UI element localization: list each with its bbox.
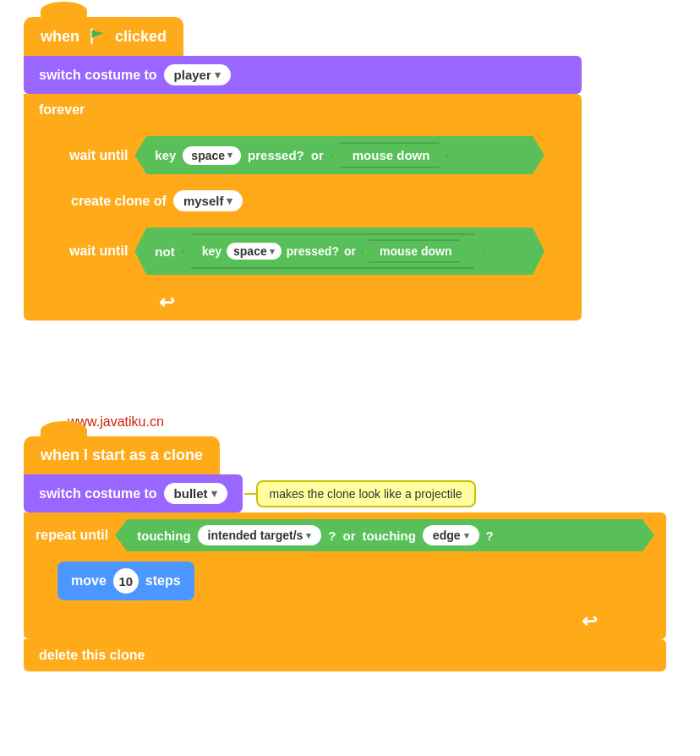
pressed-label-1: pressed?	[248, 148, 304, 162]
touching2-dropdown[interactable]: edge ▾	[423, 525, 479, 545]
wait-until-2-label: wait until	[69, 244, 128, 259]
when-label: when	[41, 28, 79, 46]
touching1-dropdown-arrow[interactable]: ▾	[306, 530, 311, 541]
delete-clone-block[interactable]: delete this clone	[24, 639, 666, 671]
move-label: move	[71, 573, 107, 589]
inner-condition-2[interactable]: key space ▾ pressed? or mouse down	[182, 233, 484, 269]
repeat-until-label: repeat until	[36, 528, 108, 543]
comment-bubble: makes the clone look like a projectile	[256, 480, 476, 507]
repeat-until-block[interactable]: repeat until touching intended target/s …	[24, 512, 666, 639]
space-dropdown-arrow-2[interactable]: ▾	[270, 246, 275, 257]
space-dropdown-arrow-1[interactable]: ▾	[227, 150, 232, 161]
comment-text: makes the clone look like a projectile	[270, 487, 462, 501]
wait-until-2-block[interactable]: wait until not key space ▾ p	[57, 221, 556, 282]
or-label-2: or	[344, 244, 356, 258]
touching2-dropdown-arrow[interactable]: ▾	[464, 530, 469, 541]
key-label-2: key	[202, 244, 221, 258]
bullet-dropdown[interactable]: bullet ▾	[164, 483, 227, 504]
switch-costume-block[interactable]: switch costume to player ▾	[24, 56, 582, 94]
delete-clone-label: delete this clone	[39, 648, 145, 663]
wait-condition-1[interactable]: key space ▾ pressed? or mouse down	[134, 136, 544, 174]
bullet-dropdown-arrow[interactable]: ▾	[211, 487, 217, 500]
key-space-2[interactable]: space ▾	[227, 243, 282, 260]
forever-arrow: ↩	[159, 292, 174, 314]
create-clone-label: create clone of	[71, 194, 167, 209]
clicked-label: clicked	[115, 28, 167, 46]
touching2-label: touching	[363, 529, 416, 543]
or-label-repeat: or	[343, 529, 356, 543]
not-label: not	[155, 244, 174, 259]
script1-group: when clicked switch costume to player	[24, 17, 582, 320]
when-clone-hat[interactable]: when I start as a clone	[24, 436, 666, 474]
or-label-1: or	[311, 148, 324, 162]
create-clone-block[interactable]: create clone of myself ▾	[57, 184, 582, 218]
repeat-arrow: ↩	[582, 611, 597, 633]
move-value[interactable]: 10	[113, 568, 139, 594]
switch-costume-bullet-block[interactable]: switch costume to bullet ▾	[24, 474, 243, 512]
move-block[interactable]: move 10 steps	[57, 562, 194, 600]
question2: ?	[486, 529, 494, 543]
costume-dropdown-arrow[interactable]: ▾	[215, 68, 221, 81]
when-clicked-hat[interactable]: when clicked	[24, 17, 582, 56]
key-space-1[interactable]: space ▾	[183, 146, 241, 165]
pressed-label-2: pressed?	[287, 244, 339, 258]
flag-icon	[88, 27, 107, 46]
touching1-label: touching	[137, 529, 190, 543]
script2-group: when I start as a clone switch costume t…	[24, 436, 666, 671]
myself-dropdown[interactable]: myself ▾	[173, 190, 243, 211]
question1: ?	[328, 529, 336, 543]
steps-label: steps	[145, 573, 181, 589]
costume-dropdown[interactable]: player ▾	[164, 64, 231, 85]
forever-block[interactable]: forever wait until key space ▾	[24, 94, 582, 320]
switch-costume-bullet-label: switch costume to	[39, 486, 157, 501]
repeat-condition[interactable]: touching intended target/s ▾ ? or touchi…	[115, 519, 654, 551]
key-label-1: key	[155, 148, 176, 162]
mouse-down-1[interactable]: mouse down	[331, 142, 449, 168]
wait-until-1-label: wait until	[69, 148, 128, 163]
touching1-dropdown[interactable]: intended target/s ▾	[198, 525, 322, 545]
myself-dropdown-arrow[interactable]: ▾	[227, 194, 232, 207]
switch-costume-label: switch costume to	[39, 68, 157, 83]
wait-condition-2[interactable]: not key space ▾ pressed? or	[134, 227, 544, 275]
wait-until-1-block[interactable]: wait until key space ▾ pressed? or	[57, 129, 556, 181]
when-clone-label: when I start as a clone	[41, 446, 203, 464]
forever-label: forever	[39, 102, 85, 117]
mouse-down-2[interactable]: mouse down	[361, 239, 468, 263]
